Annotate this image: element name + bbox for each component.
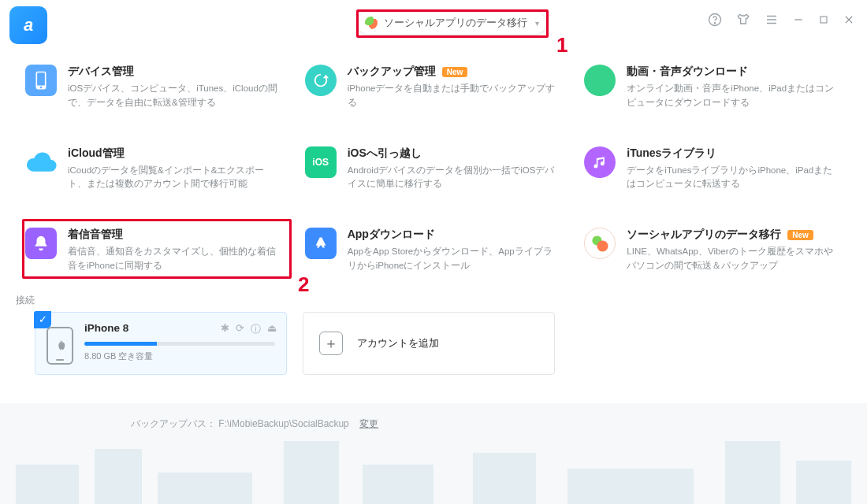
card-title: Appダウンロード <box>348 228 560 242</box>
card-social-data[interactable]: ソーシャルアプリのデータ移行 New LINE、WhatsApp、Viberのト… <box>582 224 843 278</box>
menu-icon[interactable] <box>763 11 780 28</box>
card-desc: 着信音、通知音をカスタマイズし、個性的な着信音をiPhoneに同期する <box>68 245 280 273</box>
add-account-label: アカウントを追加 <box>357 336 439 350</box>
card-title: iTunesライブラリ <box>627 146 839 161</box>
bell-icon <box>25 228 57 259</box>
connection-label: 接続 <box>0 283 867 312</box>
storage-bar <box>84 342 275 346</box>
maximize-button[interactable] <box>817 13 831 27</box>
skyline-decoration <box>0 417 867 504</box>
device-row: ✓ iPhone 8 ✱ ⟳ ⓘ ⏏ 8.80 GB 空き容量 ＋ アカウントを… <box>0 312 867 375</box>
card-desc: LINE、WhatsApp、Viberのトーク履歴をスマホやパソコンの間で転送＆… <box>627 245 839 273</box>
card-app-download[interactable]: Appダウンロード AppをApp Storeからダウンロード、Appライブラリ… <box>303 224 564 278</box>
minimize-button[interactable] <box>791 13 806 27</box>
card-desc: iOSデバイス、コンピュータ、iTunes、iCloudの間で、データを自由に転… <box>68 82 280 110</box>
badge-new: New <box>442 67 468 77</box>
svg-point-7 <box>597 241 608 252</box>
card-desc: AppをApp Storeからダウンロード、AppライブラリからiPhoneにイ… <box>348 245 560 273</box>
eject-icon[interactable]: ⏏ <box>267 322 277 336</box>
card-title: 動画・音声ダウンロード <box>627 65 839 79</box>
ios-icon: iOS <box>305 146 337 178</box>
svg-point-5 <box>40 87 43 89</box>
card-ringtone-manager[interactable]: 着信音管理 着信音、通知音をカスタマイズし、個性的な着信音をiPhoneに同期す… <box>24 224 285 278</box>
card-desc: iCoudのデータを閲覧&インポート&エクスポート、または複数のアカウント間で移… <box>68 164 280 192</box>
titlebar-controls <box>706 11 856 28</box>
card-title: ソーシャルアプリのデータ移行 New <box>627 228 839 242</box>
appstore-icon <box>305 228 337 259</box>
card-icloud-manager[interactable]: iCloud管理 iCoudのデータを閲覧&インポート&エクスポート、または複数… <box>24 143 285 197</box>
social-icon <box>584 228 616 259</box>
card-title: iCloud管理 <box>68 146 280 161</box>
card-desc: Androidデバイスのデータを個別か一括でiOSデバイスに簡単に移行する <box>348 164 560 192</box>
add-account-card[interactable]: ＋ アカウントを追加 <box>303 312 555 375</box>
feature-grid: デバイス管理 iOSデバイス、コンピュータ、iTunes、iCloudの間で、デ… <box>0 46 867 283</box>
plus-icon: ＋ <box>319 332 343 355</box>
device-thumb-icon <box>47 327 73 365</box>
close-button[interactable] <box>842 13 856 27</box>
card-title: iOSへ引っ越し <box>348 146 560 161</box>
card-desc: データをiTunesライブラリからiPhone、iPadまたはコンピュータに転送… <box>627 164 839 192</box>
card-title: デバイス管理 <box>68 65 280 79</box>
svg-rect-2 <box>820 17 827 23</box>
phone-icon <box>25 65 57 96</box>
badge-new: New <box>787 230 813 240</box>
card-title: 着信音管理 <box>68 228 280 242</box>
title-bar: a ソーシャルアプリのデータ移行 ▾ <box>0 0 867 46</box>
app-logo: a <box>9 6 47 44</box>
card-media-download[interactable]: 動画・音声ダウンロード オンライン動画・音声をiPhone、iPadまたはコンピ… <box>582 61 843 115</box>
card-title: バックアップ管理 New <box>348 65 560 79</box>
skin-icon[interactable] <box>735 11 752 28</box>
svg-point-1 <box>714 23 715 24</box>
annotation-number-2: 2 <box>298 272 309 297</box>
mode-dropdown-label: ソーシャルアプリのデータ移行 <box>384 17 527 30</box>
download-icon <box>584 65 616 96</box>
device-action-icons: ✱ ⟳ ⓘ ⏏ <box>221 322 277 336</box>
app-window: a ソーシャルアプリのデータ移行 ▾ <box>0 0 867 504</box>
check-icon: ✓ <box>34 311 51 328</box>
card-device-manager[interactable]: デバイス管理 iOSデバイス、コンピュータ、iTunes、iCloudの間で、デ… <box>24 61 285 115</box>
card-itunes-library[interactable]: iTunesライブラリ データをiTunesライブラリからiPhone、iPad… <box>582 143 843 197</box>
cloud-icon <box>25 146 57 178</box>
chevron-down-icon: ▾ <box>535 19 539 28</box>
info-icon[interactable]: ⓘ <box>251 322 261 336</box>
music-icon <box>584 146 616 178</box>
device-card[interactable]: ✓ iPhone 8 ✱ ⟳ ⓘ ⏏ 8.80 GB 空き容量 <box>35 312 287 375</box>
card-backup-manager[interactable]: バックアップ管理 New iPhoneデータを自動または手動でバックアップする <box>303 61 564 115</box>
refresh-icon[interactable]: ⟳ <box>236 322 244 336</box>
help-icon[interactable] <box>706 11 724 28</box>
background-panel: バックアップパス： F:\iMobieBackup\SocialBackup 変… <box>0 403 867 504</box>
annotation-number-1: 1 <box>556 33 567 57</box>
svg-rect-4 <box>37 72 45 85</box>
social-icon <box>365 17 378 29</box>
card-desc: オンライン動画・音声をiPhone、iPadまたはコンピュータにダウンロードする <box>627 82 839 110</box>
storage-text: 8.80 GB 空き容量 <box>84 350 275 362</box>
mode-dropdown[interactable]: ソーシャルアプリのデータ移行 ▾ <box>357 11 546 35</box>
backup-icon <box>305 65 337 96</box>
gear-icon[interactable]: ✱ <box>221 322 229 336</box>
card-move-to-ios[interactable]: iOS iOSへ引っ越し Androidデバイスのデータを個別か一括でiOSデバ… <box>303 143 564 197</box>
card-desc: iPhoneデータを自動または手動でバックアップする <box>348 82 560 110</box>
